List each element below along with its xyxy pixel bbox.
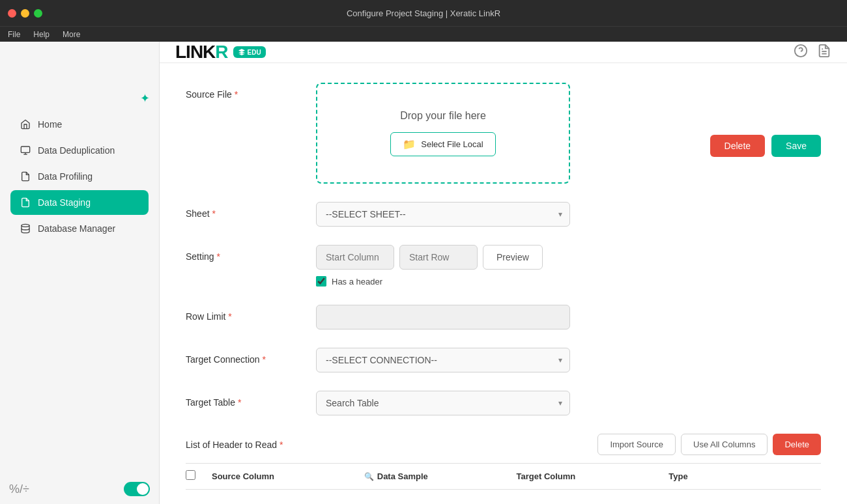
sidebar-item-profiling[interactable]: Data Profiling (10, 164, 149, 189)
target-table-label: Target Table * (186, 391, 316, 408)
settings-inputs: Preview (316, 245, 543, 270)
sidebar: ✦ Home (0, 42, 160, 504)
target-connection-row: Target Connection * --SELECT CONNECTION-… (186, 348, 821, 372)
maximize-button[interactable] (34, 9, 42, 18)
form-area: Source File * Drop your file here 📁 Sele… (160, 63, 847, 504)
list-delete-button[interactable]: Delete (773, 434, 821, 455)
top-header: LINKR EDU (160, 42, 847, 63)
setting-row: Setting * Preview Has a header (186, 245, 821, 287)
profiling-icon (20, 171, 31, 182)
sidebar-item-staging[interactable]: Data Staging (10, 190, 149, 215)
logo-text: LINKR (175, 42, 228, 63)
menu-file[interactable]: File (8, 30, 20, 39)
data-sample-search-icon[interactable]: 🔍 (364, 472, 374, 481)
sheet-row: Sheet * --SELECT SHEET-- ▾ (186, 202, 821, 227)
list-header-row: List of Header to Read * Import Source U… (186, 434, 821, 455)
has-header-row: Has a header (316, 276, 543, 287)
has-header-checkbox[interactable] (316, 276, 326, 287)
pin-icon[interactable]: ✦ (140, 91, 150, 105)
dropzone-text: Drop your file here (400, 110, 486, 122)
form-area-wrapper: Delete Save Source File * Drop your file… (160, 63, 847, 504)
sheet-select[interactable]: --SELECT SHEET-- (316, 202, 570, 227)
minimize-button[interactable] (21, 9, 29, 18)
app-layout: ✦ Home (0, 42, 847, 504)
sheet-select-wrapper: --SELECT SHEET-- ▾ (316, 202, 570, 227)
content-wrapper: LINKR EDU Delete Save (160, 42, 847, 504)
menu-help[interactable]: Help (33, 30, 50, 39)
menubar: File Help More (0, 26, 847, 42)
start-row-input[interactable] (399, 245, 478, 270)
file-dropzone[interactable]: Drop your file here 📁 Select File Local (316, 83, 570, 184)
preview-button[interactable]: Preview (483, 245, 543, 270)
staging-icon (20, 197, 31, 208)
use-all-columns-button[interactable]: Use All Columns (681, 434, 768, 455)
theme-toggle[interactable] (124, 482, 150, 496)
target-connection-wrapper: --SELECT CONNECTION-- ▾ (316, 348, 570, 372)
table-columns-header: Source Column 🔍 Data Sample Target Colum… (186, 463, 821, 490)
sidebar-item-home[interactable]: Home (10, 112, 149, 137)
svg-point-3 (22, 224, 29, 227)
source-file-row: Source File * Drop your file here 📁 Sele… (186, 83, 821, 184)
select-all-checkbox[interactable] (186, 470, 195, 480)
sidebar-item-dedup[interactable]: Data Deduplication (10, 138, 149, 163)
setting-label: Setting * (186, 245, 316, 262)
sheet-label: Sheet * (186, 202, 316, 219)
target-connection-label: Target Connection * (186, 348, 316, 365)
list-header-actions: Import Source Use All Columns Delete (597, 434, 821, 455)
source-column-header: Source Column (212, 470, 364, 483)
dedup-icon (20, 145, 31, 156)
sidebar-nav: Home Data Deduplication (5, 112, 154, 474)
target-table-select[interactable]: Search Table (316, 391, 570, 415)
sidebar-item-dbmanager[interactable]: Database Manager (10, 216, 149, 241)
help-icon[interactable] (794, 44, 808, 61)
folder-icon: 📁 (403, 138, 416, 150)
list-header-label: List of Header to Read * (186, 440, 283, 450)
sidebar-item-dbmanager-label: Database Manager (38, 223, 115, 234)
data-sample-header: 🔍 Data Sample (364, 470, 517, 483)
sidebar-item-profiling-label: Data Profiling (38, 171, 93, 182)
window-title: Configure Project Staging | Xeratic Link… (347, 8, 500, 18)
titlebar: Configure Project Staging | Xeratic Link… (0, 0, 847, 26)
logo: LINKR EDU (175, 42, 266, 63)
sidebar-item-dedup-label: Data Deduplication (38, 145, 115, 156)
close-button[interactable] (8, 9, 16, 18)
delete-button[interactable]: Delete (710, 135, 765, 157)
target-column-header: Target Column (517, 470, 669, 483)
row-limit-row: Row Limit * 0 (186, 305, 821, 329)
row-limit-label: Row Limit * (186, 305, 316, 322)
traffic-lights (8, 9, 42, 18)
target-table-row: Target Table * Search Table ▾ (186, 391, 821, 415)
toggle-knob (137, 483, 149, 495)
svg-rect-0 (21, 147, 29, 152)
save-button[interactable]: Save (771, 135, 821, 157)
list-header-section: List of Header to Read * Import Source U… (186, 434, 821, 490)
setting-controls: Preview Has a header (316, 245, 543, 287)
code-icon[interactable]: %/÷ (9, 483, 29, 496)
header-icons (794, 44, 831, 61)
target-table-wrapper: Search Table ▾ (316, 391, 570, 415)
action-buttons: Delete Save (710, 135, 821, 157)
sidebar-item-staging-label: Data Staging (38, 197, 91, 208)
select-file-button[interactable]: 📁 Select File Local (390, 132, 495, 156)
type-column-header: Type (668, 470, 821, 483)
logo-badge: EDU (233, 46, 266, 58)
dbmanager-icon (20, 223, 31, 234)
row-limit-input[interactable]: 0 (316, 305, 570, 329)
menu-more[interactable]: More (63, 30, 80, 39)
source-file-label: Source File * (186, 83, 316, 100)
start-column-input[interactable] (316, 245, 394, 270)
table-col-checkbox (186, 470, 212, 483)
import-source-button[interactable]: Import Source (597, 434, 676, 455)
has-header-label: Has a header (332, 277, 382, 287)
document-icon[interactable] (817, 44, 831, 61)
target-connection-select[interactable]: --SELECT CONNECTION-- (316, 348, 570, 372)
sidebar-bottom: %/÷ (0, 474, 159, 504)
home-icon (20, 119, 31, 130)
sidebar-item-home-label: Home (38, 119, 62, 130)
